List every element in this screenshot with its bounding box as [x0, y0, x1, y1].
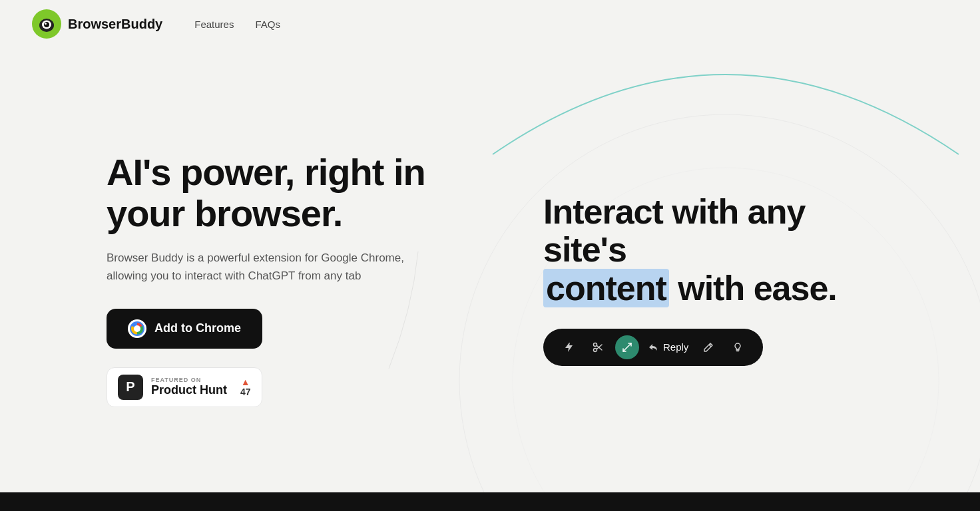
logo-name: BrowserBuddy	[68, 17, 162, 32]
reply-icon	[647, 341, 659, 353]
scissors-icon	[593, 342, 603, 353]
product-hunt-badge[interactable]: P FEATURED ON Product Hunt ▲ 47	[107, 367, 262, 407]
svg-line-14	[623, 343, 631, 351]
ph-name: Product Hunt	[151, 383, 227, 397]
edit-icon	[703, 342, 714, 353]
interact-title-line1: Interact with any site's	[543, 192, 805, 269]
interact-title-highlight: content	[543, 269, 669, 307]
svg-point-11	[594, 348, 597, 351]
nav-link-features[interactable]: Features	[194, 19, 234, 30]
right-content-block: Interact with any site's content with ea…	[530, 153, 916, 406]
lightbulb-button[interactable]	[726, 335, 750, 359]
lightbulb-icon	[732, 342, 743, 353]
hero-description: Browser Buddy is a powerful extension fo…	[107, 250, 426, 285]
ph-votes-block: ▲ 47	[240, 377, 251, 397]
expand-icon	[622, 342, 632, 353]
navbar: BrowserBuddy Features FAQs	[0, 0, 980, 48]
scissors-button[interactable]	[586, 335, 610, 359]
toolbar-pill: Reply	[543, 329, 763, 366]
nav-link-faqs[interactable]: FAQs	[255, 19, 280, 30]
flash-button[interactable]	[557, 335, 581, 359]
svg-point-7	[134, 325, 140, 332]
reply-button[interactable]: Reply	[644, 341, 691, 353]
svg-line-15	[709, 345, 711, 347]
svg-point-10	[594, 343, 597, 346]
add-to-chrome-button[interactable]: Add to Chrome	[107, 309, 262, 349]
hero-right: Interact with any site's content with ea…	[466, 48, 980, 511]
ph-p-letter: P	[126, 379, 134, 395]
hero-left: AI's power, right in your browser. Brows…	[0, 48, 466, 511]
interact-title: Interact with any site's content with ea…	[543, 193, 876, 307]
interact-title-rest: with ease.	[669, 269, 837, 307]
ph-upvote-icon: ▲	[241, 377, 250, 387]
reply-label: Reply	[663, 341, 688, 353]
logo-icon	[32, 9, 61, 39]
chrome-icon	[128, 319, 146, 338]
nav-links: Features FAQs	[194, 19, 280, 30]
svg-point-3	[44, 22, 49, 27]
hero-title: AI's power, right in your browser.	[107, 152, 426, 234]
logo[interactable]: BrowserBuddy	[32, 9, 162, 39]
ph-text-block: FEATURED ON Product Hunt	[151, 377, 227, 397]
svg-point-4	[45, 23, 47, 25]
add-to-chrome-label: Add to Chrome	[154, 321, 241, 335]
product-hunt-logo: P	[118, 375, 143, 400]
edit-button[interactable]	[696, 335, 720, 359]
flash-icon	[563, 342, 574, 353]
expand-button[interactable]	[615, 335, 639, 359]
ph-featured-label: FEATURED ON	[151, 377, 227, 383]
main-content: AI's power, right in your browser. Brows…	[0, 48, 980, 511]
ph-vote-count: 47	[240, 387, 251, 397]
